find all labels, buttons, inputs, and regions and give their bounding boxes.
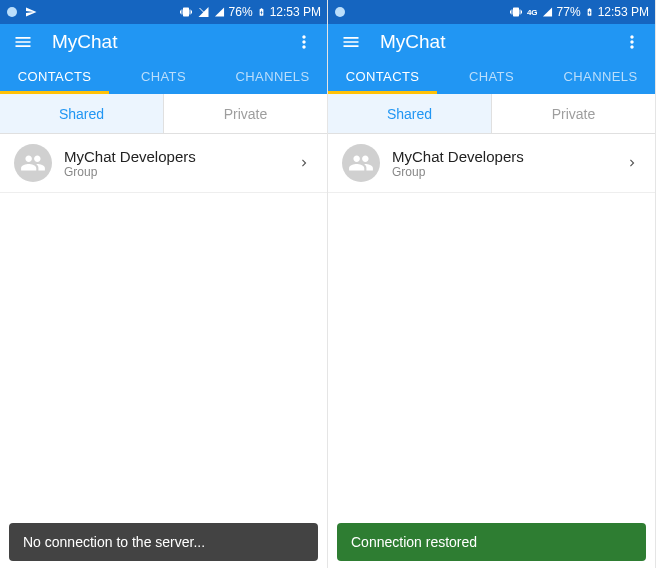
tab-label: CHANNELS bbox=[564, 69, 638, 84]
tab-channels[interactable]: CHANNELS bbox=[546, 59, 655, 94]
contacts-list: MyChat Developers Group bbox=[328, 134, 655, 568]
group-avatar-icon bbox=[14, 144, 52, 182]
subtab-shared[interactable]: Shared bbox=[328, 94, 492, 133]
tab-label: CONTACTS bbox=[18, 69, 92, 84]
chevron-right-icon bbox=[295, 154, 313, 172]
tab-chats[interactable]: CHATS bbox=[109, 59, 218, 94]
app-title: MyChat bbox=[52, 31, 275, 53]
list-item[interactable]: MyChat Developers Group bbox=[328, 134, 655, 193]
tab-label: CHATS bbox=[469, 69, 514, 84]
tab-channels[interactable]: CHANNELS bbox=[218, 59, 327, 94]
list-item-text: MyChat Developers Group bbox=[64, 148, 283, 179]
snackbar: Connection restored bbox=[337, 523, 646, 561]
tab-label: CHANNELS bbox=[236, 69, 310, 84]
subtab-label: Shared bbox=[59, 106, 104, 122]
subtab-label: Private bbox=[552, 106, 596, 122]
tab-label: CHATS bbox=[141, 69, 186, 84]
app-title: MyChat bbox=[380, 31, 603, 53]
clock-text: 12:53 PM bbox=[598, 5, 649, 19]
snackbar-text: No connection to the server... bbox=[23, 534, 205, 550]
signal-icon bbox=[214, 6, 225, 18]
menu-icon[interactable] bbox=[340, 31, 362, 53]
chevron-right-icon bbox=[623, 154, 641, 172]
subtab-private[interactable]: Private bbox=[164, 94, 327, 133]
battery-text: 77% bbox=[557, 5, 581, 19]
top-tabs: CONTACTS CHATS CHANNELS bbox=[0, 59, 327, 94]
snackbar: No connection to the server... bbox=[9, 523, 318, 561]
battery-charging-icon bbox=[257, 5, 266, 19]
svg-point-2 bbox=[335, 7, 345, 17]
phone-right: 4G 77% 12:53 PM MyChat CONTACTS CHATS CH… bbox=[328, 0, 656, 568]
svg-point-0 bbox=[7, 7, 17, 17]
vibrate-icon bbox=[509, 6, 523, 18]
list-item-text: MyChat Developers Group bbox=[392, 148, 611, 179]
status-bar: 4G 77% 12:53 PM bbox=[328, 0, 655, 24]
vibrate-icon bbox=[179, 6, 193, 18]
subtab-label: Private bbox=[224, 106, 268, 122]
battery-charging-icon bbox=[585, 5, 594, 19]
subtab-shared[interactable]: Shared bbox=[0, 94, 164, 133]
phone-left: 76% 12:53 PM MyChat CONTACTS CHATS CHANN… bbox=[0, 0, 328, 568]
list-item-subtitle: Group bbox=[392, 165, 611, 179]
more-icon[interactable] bbox=[621, 31, 643, 53]
sub-tabs: Shared Private bbox=[0, 94, 327, 134]
subtab-label: Shared bbox=[387, 106, 432, 122]
tab-label: CONTACTS bbox=[346, 69, 420, 84]
list-item-title: MyChat Developers bbox=[392, 148, 611, 165]
clock-text: 12:53 PM bbox=[270, 5, 321, 19]
subtab-private[interactable]: Private bbox=[492, 94, 655, 133]
snackbar-text: Connection restored bbox=[351, 534, 477, 550]
no-signal-icon bbox=[197, 6, 210, 18]
menu-icon[interactable] bbox=[12, 31, 34, 53]
list-item-title: MyChat Developers bbox=[64, 148, 283, 165]
network-4g-icon: 4G bbox=[527, 8, 538, 17]
app-indicator-icon bbox=[334, 6, 346, 18]
tab-chats[interactable]: CHATS bbox=[437, 59, 546, 94]
sub-tabs: Shared Private bbox=[328, 94, 655, 134]
top-tabs: CONTACTS CHATS CHANNELS bbox=[328, 59, 655, 94]
app-indicator-icon bbox=[6, 6, 18, 18]
send-icon bbox=[24, 6, 38, 18]
group-avatar-icon bbox=[342, 144, 380, 182]
more-icon[interactable] bbox=[293, 31, 315, 53]
contacts-list: MyChat Developers Group bbox=[0, 134, 327, 568]
app-bar: MyChat bbox=[0, 24, 327, 59]
tab-contacts[interactable]: CONTACTS bbox=[328, 59, 437, 94]
tab-contacts[interactable]: CONTACTS bbox=[0, 59, 109, 94]
list-item-subtitle: Group bbox=[64, 165, 283, 179]
list-item[interactable]: MyChat Developers Group bbox=[0, 134, 327, 193]
battery-text: 76% bbox=[229, 5, 253, 19]
status-bar: 76% 12:53 PM bbox=[0, 0, 327, 24]
signal-icon bbox=[542, 6, 553, 18]
app-bar: MyChat bbox=[328, 24, 655, 59]
